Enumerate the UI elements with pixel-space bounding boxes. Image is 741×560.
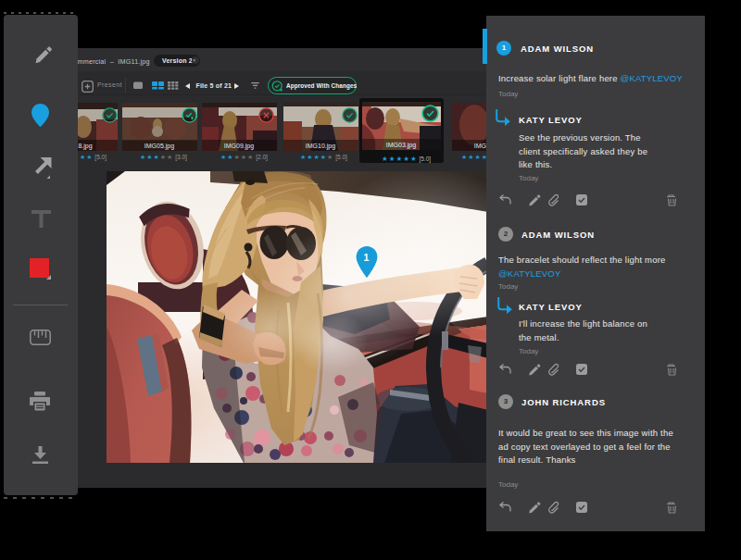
svg-text:IMG10.jpg: IMG10.jpg: [306, 143, 335, 150]
svg-text:8.jpg: 8.jpg: [78, 143, 92, 150]
svg-text:IMG03.jpg: IMG03.jpg: [386, 142, 416, 149]
svg-text:IMG09.jpg: IMG09.jpg: [224, 143, 254, 150]
svg-text:1: 1: [364, 252, 370, 263]
svg-text:IMG05.jpg: IMG05.jpg: [144, 143, 174, 150]
